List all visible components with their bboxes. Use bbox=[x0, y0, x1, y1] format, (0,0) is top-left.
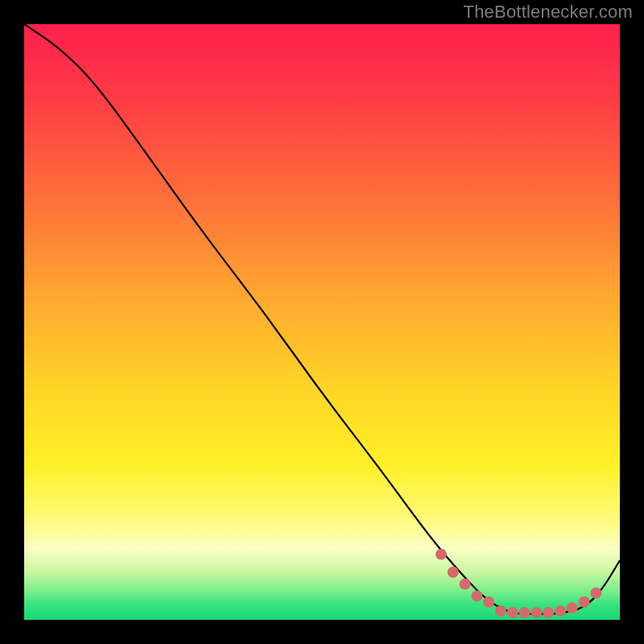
chart-frame: TheBottlenecker.com bbox=[0, 0, 644, 644]
highlight-dot bbox=[590, 588, 601, 599]
highlight-dot bbox=[448, 567, 459, 578]
highlight-dot bbox=[579, 597, 590, 608]
highlight-dot bbox=[543, 607, 554, 618]
highlight-dot bbox=[555, 605, 566, 617]
highlight-dot bbox=[567, 602, 578, 613]
highlight-dot bbox=[530, 607, 542, 618]
highlight-dot bbox=[507, 607, 518, 618]
watermark-text: TheBottlenecker.com bbox=[464, 2, 633, 23]
bottleneck-curve bbox=[24, 24, 620, 614]
curve-layer bbox=[24, 24, 620, 620]
highlight-dot bbox=[495, 605, 506, 617]
plot-area bbox=[24, 24, 620, 620]
highlight-dot bbox=[436, 549, 447, 560]
highlight-dots bbox=[436, 549, 601, 619]
highlight-dot bbox=[460, 579, 471, 590]
highlight-dot bbox=[519, 607, 530, 618]
highlight-dot bbox=[471, 590, 482, 601]
highlight-dot bbox=[483, 597, 494, 608]
